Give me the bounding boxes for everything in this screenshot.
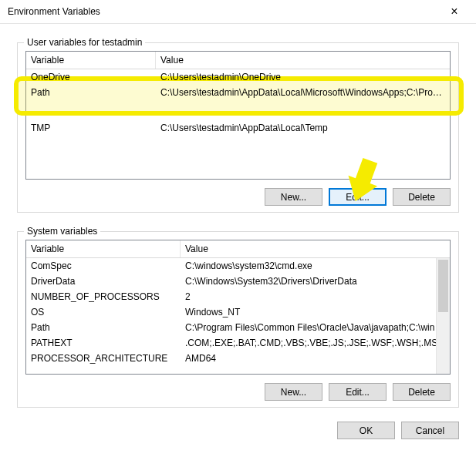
variable-cell: ComSpec xyxy=(26,258,181,274)
variable-cell: NUMBER_OF_PROCESSORS xyxy=(26,289,181,304)
table-row[interactable]: DriverData C:\Windows\System32\Drivers\D… xyxy=(26,274,450,289)
system-variables-section: System variables Variable Value ComSpec … xyxy=(17,231,459,408)
variable-cell: TMP xyxy=(26,120,156,136)
table-row[interactable]: Path C:\Users\testadmin\AppData\Local\Mi… xyxy=(26,85,450,100)
value-cell: C:\Users\testadmin\AppData\Local\Temp xyxy=(156,120,450,136)
dialog-button-row: OK Cancel xyxy=(0,408,476,439)
dialog-content: User variables for testadmin Variable Va… xyxy=(0,24,476,408)
system-table-body: ComSpec C:\windows\system32\cmd.exe Driv… xyxy=(26,258,450,374)
user-edit-button[interactable]: Edit... xyxy=(329,188,387,206)
value-cell: AMD64 xyxy=(181,351,450,366)
value-cell: C:\Windows\System32\Drivers\DriverData xyxy=(181,274,450,289)
system-new-button[interactable]: New... xyxy=(265,383,322,401)
system-variables-table[interactable]: Variable Value ComSpec C:\windows\system… xyxy=(25,240,451,375)
scrollbar[interactable] xyxy=(436,258,450,374)
column-header-variable[interactable]: Variable xyxy=(26,52,156,69)
system-edit-button[interactable]: Edit... xyxy=(329,383,387,401)
variable-cell: OS xyxy=(26,304,181,320)
value-cell: Windows_NT xyxy=(181,304,450,320)
table-row[interactable]: PATHEXT .COM;.EXE;.BAT;.CMD;.VBS;.VBE;.J… xyxy=(26,335,450,351)
value-cell: C:\Program Files\Common Files\Oracle\Jav… xyxy=(181,320,450,335)
user-delete-button[interactable]: Delete xyxy=(393,188,451,206)
table-row[interactable]: OneDrive C:\Users\testadmin\OneDrive xyxy=(26,69,450,85)
scroll-thumb[interactable] xyxy=(438,260,448,312)
system-delete-button[interactable]: Delete xyxy=(393,383,451,401)
value-cell: C:\Users\testadmin\AppData\Local\Microso… xyxy=(156,85,450,100)
column-header-value[interactable]: Value xyxy=(156,52,450,69)
user-new-button[interactable]: New... xyxy=(265,188,322,206)
user-variables-table[interactable]: Variable Value OneDrive C:\Users\testadm… xyxy=(25,51,451,180)
table-row[interactable]: ComSpec C:\windows\system32\cmd.exe xyxy=(26,258,450,274)
user-section-label: User variables for testadmin xyxy=(24,37,145,48)
table-header: Variable Value xyxy=(26,240,450,258)
close-icon[interactable]: × xyxy=(439,0,470,23)
user-table-body: OneDrive C:\Users\testadmin\OneDrive Pat… xyxy=(26,69,450,179)
column-header-variable[interactable]: Variable xyxy=(26,240,181,257)
title-bar: Environment Variables × xyxy=(0,0,476,24)
user-button-row: New... Edit... Delete xyxy=(265,188,451,206)
variable-cell: DriverData xyxy=(26,274,181,289)
variable-cell: PROCESSOR_ARCHITECTURE xyxy=(26,351,181,366)
variable-cell: Path xyxy=(26,85,156,100)
ok-button[interactable]: OK xyxy=(337,422,395,439)
value-cell: .COM;.EXE;.BAT;.CMD;.VBS;.VBE;.JS;.JSE;.… xyxy=(181,335,450,351)
value-cell: C:\Users\testadmin\OneDrive xyxy=(156,69,450,85)
table-row[interactable]: Path C:\Program Files\Common Files\Oracl… xyxy=(26,320,450,335)
window-title: Environment Variables xyxy=(8,6,439,17)
column-header-value[interactable]: Value xyxy=(181,240,450,257)
table-header: Variable Value xyxy=(26,52,450,69)
value-cell: 2 xyxy=(181,289,450,304)
table-row[interactable]: NUMBER_OF_PROCESSORS 2 xyxy=(26,289,450,304)
system-section-label: System variables xyxy=(24,226,100,237)
cancel-button[interactable]: Cancel xyxy=(401,422,459,439)
variable-cell: PATHEXT xyxy=(26,335,181,351)
system-button-row: New... Edit... Delete xyxy=(265,383,451,401)
table-row[interactable]: TMP C:\Users\testadmin\AppData\Local\Tem… xyxy=(26,120,450,136)
table-row[interactable]: OS Windows_NT xyxy=(26,304,450,320)
value-cell: C:\windows\system32\cmd.exe xyxy=(181,258,450,274)
variable-cell: OneDrive xyxy=(26,69,156,85)
user-variables-section: User variables for testadmin Variable Va… xyxy=(17,42,459,213)
variable-cell: Path xyxy=(26,320,181,335)
table-row[interactable]: PROCESSOR_ARCHITECTURE AMD64 xyxy=(26,351,450,366)
